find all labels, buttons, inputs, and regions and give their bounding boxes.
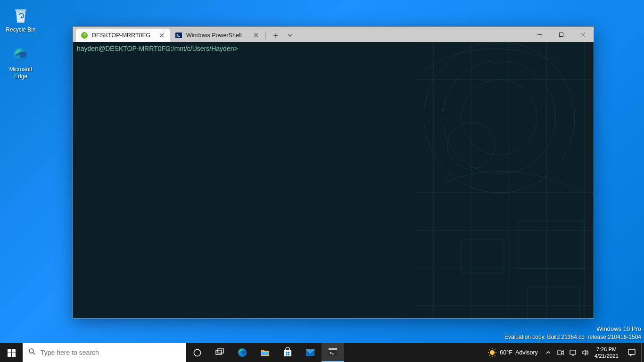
tab-actions [267, 29, 299, 42]
watermark-edition: Windows 10 Pro [504, 325, 641, 333]
tab-dropdown-button[interactable] [283, 29, 297, 42]
svg-rect-31 [329, 348, 337, 350]
clock-time: 7:26 PM [596, 346, 617, 353]
tab-title: Windows PowerShell [186, 32, 248, 39]
chevron-up-icon [545, 350, 551, 355]
svg-point-10 [447, 122, 495, 169]
edge-icon [11, 45, 31, 65]
desktop-icon-label: Microsoft Edge [9, 66, 33, 80]
taskbar-app-explorer[interactable] [254, 343, 276, 362]
taskbar-app-mail[interactable] [299, 343, 322, 362]
meet-now-icon [557, 349, 564, 356]
taskbar: Type here to search [0, 343, 644, 362]
tab-powershell[interactable]: Windows PowerShell [170, 29, 264, 42]
svg-rect-15 [12, 349, 16, 353]
search-box[interactable]: Type here to search [23, 343, 186, 362]
windows-watermark: Windows 10 Pro Evaluation copy. Build 21… [504, 325, 641, 341]
volume-icon [581, 349, 589, 356]
svg-point-7 [424, 42, 575, 193]
svg-rect-26 [288, 352, 290, 354]
file-explorer-icon [260, 347, 270, 358]
weather-temp: 60°F [500, 349, 512, 356]
svg-rect-14 [8, 349, 11, 353]
svg-rect-21 [218, 349, 223, 353]
powershell-icon [175, 32, 182, 39]
svg-point-8 [443, 61, 556, 174]
start-button[interactable] [0, 343, 23, 362]
opensuse-icon [81, 32, 88, 39]
cursor [243, 45, 243, 53]
show-desktop-button[interactable] [641, 343, 644, 362]
desktop-icon-edge[interactable]: Microsoft Edge [2, 43, 40, 82]
svg-rect-35 [628, 349, 635, 354]
weather-condition: Advisory [515, 349, 538, 356]
svg-rect-28 [288, 354, 290, 356]
terminal-body[interactable]: hayden@DESKTOP-MRRT0FG:/mnt/c/Users/Hayd… [73, 42, 594, 318]
svg-rect-34 [570, 350, 576, 354]
svg-point-4 [85, 34, 86, 35]
svg-rect-27 [286, 354, 288, 356]
svg-rect-13 [528, 287, 579, 318]
tray-meet-now[interactable] [555, 343, 566, 362]
svg-rect-6 [559, 33, 563, 36]
notification-icon [627, 348, 636, 357]
taskbar-spacer [344, 343, 483, 362]
edge-icon [237, 347, 248, 358]
svg-rect-33 [557, 351, 561, 354]
tab-divider [265, 32, 266, 39]
svg-point-18 [29, 349, 33, 353]
svg-rect-12 [462, 240, 504, 273]
taskbar-pinned [186, 343, 344, 362]
task-view-icon [215, 348, 224, 357]
mail-icon [305, 347, 316, 358]
new-tab-button[interactable] [269, 29, 283, 42]
minimize-button[interactable] [528, 27, 550, 42]
watermark-build: Evaluation copy. Build 21364.co_release.… [504, 333, 641, 341]
svg-rect-23 [261, 352, 269, 355]
window-controls [528, 27, 594, 42]
cortana-button[interactable] [186, 343, 208, 362]
windows-logo-icon [8, 349, 16, 357]
close-button[interactable] [572, 27, 594, 42]
tray-overflow-button[interactable] [543, 343, 554, 362]
tab-opensuse[interactable]: DESKTOP-MRRT0FG [76, 29, 170, 42]
terminal-icon [328, 347, 338, 357]
svg-point-32 [490, 350, 495, 355]
taskbar-app-terminal[interactable] [322, 343, 344, 362]
action-center-button[interactable] [622, 343, 641, 362]
search-placeholder: Type here to search [41, 349, 99, 356]
taskbar-clock[interactable]: 7:26 PM 4/21/2021 [591, 343, 622, 362]
clock-date: 4/21/2021 [594, 353, 619, 359]
svg-rect-11 [518, 221, 584, 268]
search-icon [28, 348, 36, 357]
network-icon [569, 349, 577, 356]
svg-rect-25 [286, 352, 288, 354]
svg-point-19 [194, 349, 200, 356]
svg-rect-20 [216, 350, 222, 354]
svg-rect-0 [15, 9, 26, 11]
desktop-icons: Recycle Bin Microsoft Edge [2, 4, 40, 82]
terminal-window: DESKTOP-MRRT0FG Windows PowerShell [73, 26, 594, 319]
sun-icon [487, 348, 497, 357]
tab-close-button[interactable] [252, 32, 260, 39]
store-icon [282, 347, 293, 358]
weather-widget[interactable]: 60°F Advisory [483, 343, 542, 362]
tray-volume[interactable] [579, 343, 591, 362]
maximize-button[interactable] [550, 27, 572, 42]
svg-point-2 [81, 32, 88, 39]
tab-title: DESKTOP-MRRT0FG [92, 32, 154, 39]
recycle-bin-icon [11, 6, 31, 25]
taskbar-app-store[interactable] [276, 343, 299, 362]
desktop-icon-recycle-bin[interactable]: Recycle Bin [2, 4, 40, 35]
svg-point-9 [462, 80, 537, 155]
desktop-icon-label: Recycle Bin [6, 26, 35, 33]
tab-close-button[interactable] [158, 32, 165, 39]
tray-network[interactable] [567, 343, 578, 362]
title-bar[interactable]: DESKTOP-MRRT0FG Windows PowerShell [73, 27, 594, 42]
system-tray [543, 343, 591, 362]
terminal-background-art [386, 42, 594, 318]
taskbar-app-edge[interactable] [231, 343, 254, 362]
cortana-icon [193, 348, 202, 357]
task-view-button[interactable] [208, 343, 231, 362]
prompt: hayden@DESKTOP-MRRT0FG:/mnt/c/Users/Hayd… [77, 45, 238, 52]
